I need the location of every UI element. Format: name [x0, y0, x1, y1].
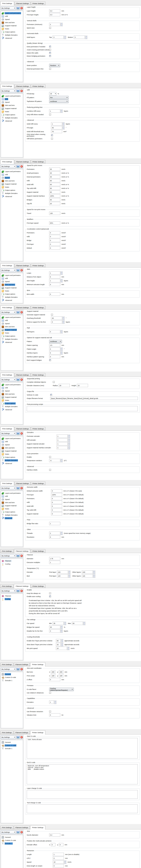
spin-down-button[interactable] [60, 460, 63, 462]
preset-select[interactable]: My Settings [1, 487, 16, 490]
sidebar-item-output-options[interactable]: Output options [1, 335, 23, 338]
end-g-code-textarea[interactable]: M104 S0 ; turn off temperature G28 X0 ; … [27, 764, 138, 784]
sidebar-item-notes[interactable]: Notes [1, 110, 23, 113]
sidebar-item-skirt-and-brim[interactable]: Skirt and brim [1, 21, 23, 24]
save-preset-button[interactable] [17, 735, 20, 739]
tab-print-settings[interactable]: Print Settings [0, 305, 14, 310]
sidebar-item-speed[interactable]: Speed [1, 101, 23, 104]
solid-infill-threshold-area-input[interactable]: 70 [51, 130, 62, 133]
spin-down-button[interactable] [60, 631, 63, 633]
tab-filament-settings[interactable]: Filament Settings [15, 160, 30, 163]
sidebar-item-notes[interactable]: Notes [1, 27, 23, 30]
extruders-input[interactable]: 1 [49, 701, 54, 704]
tab-printer-settings[interactable]: Printer Settings [31, 549, 45, 553]
gap-fill-input[interactable]: 20 [49, 202, 60, 205]
tab-filament-settings[interactable]: Filament Settings [15, 84, 30, 88]
tab-printer-settings[interactable]: Printer Settings [31, 264, 45, 267]
lift-z-input[interactable]: 0 [53, 857, 64, 860]
delete-preset-button[interactable] [20, 164, 23, 168]
sidebar-item-infill[interactable]: Infill [1, 319, 23, 322]
layer-change-g-code-textarea[interactable] [27, 790, 138, 799]
tab-filament-settings[interactable]: Filament Settings [15, 264, 30, 267]
fill-pattern-select[interactable]: line [49, 96, 68, 99]
solid-layers-top-input[interactable]: 3 [53, 36, 64, 39]
only-retract-when-crossing-perimeters-checkbox[interactable] [51, 134, 53, 136]
spin-down-button[interactable] [93, 572, 95, 574]
extruder-offset-x-input[interactable]: 0 [51, 843, 55, 846]
preset-select[interactable]: My Settings [1, 89, 16, 93]
spin-down-button[interactable] [60, 332, 63, 334]
sidebar-item-general[interactable]: General [1, 836, 23, 839]
enable-fan-if-layer-print-time-is-below-input[interactable]: 60 [56, 639, 61, 642]
disable-fan-for-the-first-input[interactable]: 3 [49, 629, 60, 632]
delete-preset-button[interactable] [20, 432, 23, 435]
tab-printer-settings[interactable]: Printer Settings [31, 427, 45, 431]
sidebar-item-support-material[interactable]: Support material [1, 328, 23, 332]
sidebar-item-output-options[interactable]: Output options [1, 292, 23, 296]
sidebar-item-skirt-and-brim[interactable]: Skirt and brim [1, 393, 23, 396]
tab-filament-settings[interactable]: Filament Settings [14, 826, 30, 829]
print-center-x-input[interactable]: 100 [51, 674, 55, 677]
preset-select[interactable]: My Settings [1, 165, 16, 168]
sidebar-item-speed[interactable]: Speed [1, 443, 23, 446]
sidebar-item-support-material[interactable]: Support material [1, 182, 23, 186]
sidebar-item-skirt-and-brim[interactable]: Skirt and brim [1, 325, 23, 328]
vibration-limit-input[interactable]: 0 [49, 713, 60, 717]
spin-down-button[interactable] [93, 576, 95, 578]
complete-individual-objects-checkbox[interactable] [53, 381, 55, 383]
sidebar-item-custom-g-code[interactable]: Custom G-code [1, 744, 23, 747]
sidebar-item-layers-and-perimeters[interactable]: Layers and perimeters [1, 316, 23, 319]
keep-fan-always-on-checkbox[interactable] [49, 592, 51, 594]
sidebar-item-notes[interactable]: Notes [1, 399, 23, 402]
perimeters-input[interactable]: 0 [49, 231, 60, 235]
preset-select[interactable]: My Settings [1, 311, 16, 314]
bridge-flow-ratio-input[interactable]: 1 [49, 522, 60, 525]
travel-input[interactable]: 130 [49, 212, 60, 215]
temperature-variation-input[interactable]: -5 [49, 459, 60, 462]
sidebar-item-speed[interactable]: Speed [1, 498, 23, 501]
tab-printer-settings[interactable]: Printer Settings [31, 482, 45, 485]
spin-down-button[interactable] [68, 444, 70, 446]
sidebar-item-support-material[interactable]: Support material [1, 450, 23, 453]
spin-down-button[interactable] [60, 281, 63, 282]
minimum-extrusion-length-input[interactable]: 0 [49, 283, 60, 286]
tab-filament-settings[interactable]: Filament Settings [15, 427, 30, 431]
bed-size-y-input[interactable]: 200 [59, 670, 63, 674]
first-layer-input[interactable]: 0 [49, 243, 60, 246]
threads-input[interactable]: 2 [49, 532, 60, 535]
top-solid-infill-input[interactable]: 0 [51, 508, 62, 512]
fan-speed-max-input[interactable]: 60 [72, 622, 83, 625]
tab-filament-settings[interactable]: Filament Settings [15, 482, 30, 485]
infill-input[interactable]: 0 [49, 235, 60, 238]
fan-speed-min-input[interactable]: 35 [53, 622, 64, 625]
sidebar-item-advanced[interactable]: Advanced [1, 517, 23, 520]
tab-print-settings[interactable]: Print Settings [0, 584, 13, 588]
bed-size-x-input[interactable]: 200 [51, 670, 55, 674]
spin-down-button[interactable] [83, 623, 85, 625]
sidebar-item-output-options[interactable]: Output options [1, 30, 23, 33]
start-g-code-textarea[interactable]: G28 ; home all axes [27, 738, 138, 758]
sidebar-item-advanced[interactable]: Advanced [1, 462, 23, 465]
external-perimeters-input[interactable]: 30 [49, 175, 60, 179]
first-layer-height-input[interactable]: 0.3 [49, 13, 60, 16]
perimeter-extruder-input[interactable]: 1 [57, 435, 68, 438]
use-firmware-retraction-checkbox[interactable] [49, 711, 51, 712]
pattern-select[interactable]: rectilinear [49, 340, 62, 343]
infill-extruder-input[interactable]: 1 [57, 438, 68, 442]
delete-preset-button[interactable] [20, 735, 23, 739]
skirt-height-input[interactable]: 1 [49, 279, 60, 282]
tab-print-settings[interactable]: Print Settings [0, 663, 13, 666]
sidebar-item-speed[interactable]: Speed [1, 280, 23, 283]
sidebar-item-notes[interactable]: Notes [1, 289, 23, 292]
sidebar-item-general[interactable]: General [1, 673, 23, 676]
sidebar-item-output-options[interactable]: Output options [1, 113, 23, 116]
combine-infill-every-input[interactable]: 1 [49, 110, 60, 113]
spin-down-button[interactable] [60, 111, 63, 113]
use-relative-e-distances-checkbox[interactable] [49, 692, 51, 694]
fill-angle-input[interactable]: 45 [51, 126, 62, 129]
bridges-fan-speed-input[interactable]: 30 [49, 625, 60, 629]
sidebar-item-infill[interactable]: Infill [1, 440, 23, 443]
spin-down-button[interactable] [64, 623, 66, 625]
extruder-first-layer-input[interactable]: 240 [57, 570, 68, 574]
tab-printer-settings[interactable]: Printer Settings [31, 84, 45, 88]
